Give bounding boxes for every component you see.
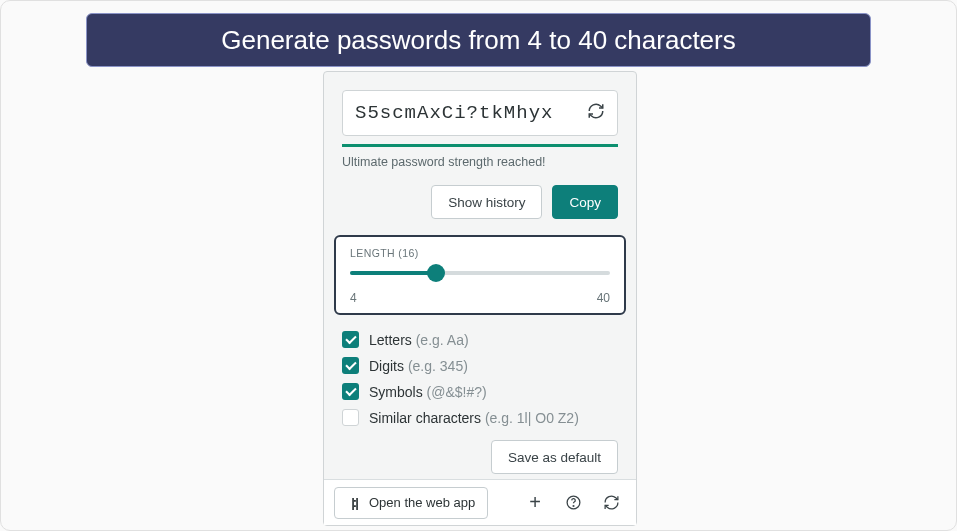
action-buttons: Show history Copy bbox=[342, 185, 618, 219]
length-slider[interactable] bbox=[350, 263, 610, 287]
help-icon bbox=[565, 494, 582, 511]
show-history-button[interactable]: Show history bbox=[431, 185, 542, 219]
options-list: Letters (e.g. Aa) Digits (e.g. 345) Symb… bbox=[342, 331, 618, 426]
svg-point-1 bbox=[573, 506, 574, 507]
checkbox-digits[interactable] bbox=[342, 357, 359, 374]
slider-thumb[interactable] bbox=[427, 264, 445, 282]
checkbox-similar[interactable] bbox=[342, 409, 359, 426]
strength-text: Ultimate password strength reached! bbox=[342, 155, 618, 169]
option-similar[interactable]: Similar characters (e.g. 1l| O0 Z2) bbox=[342, 409, 618, 426]
option-letters[interactable]: Letters (e.g. Aa) bbox=[342, 331, 618, 348]
sync-button[interactable] bbox=[596, 488, 626, 518]
plus-icon: + bbox=[529, 491, 541, 514]
open-web-app-label: Open the web app bbox=[369, 495, 475, 510]
option-symbols[interactable]: Symbols (@&$!#?) bbox=[342, 383, 618, 400]
strength-bar bbox=[342, 144, 618, 147]
footer-bar: |:| Open the web app + bbox=[324, 479, 636, 525]
slider-max: 40 bbox=[597, 291, 610, 305]
password-generator-panel: S5scmAxCi?tkMhyx Ultimate password stren… bbox=[323, 71, 637, 526]
slider-min: 4 bbox=[350, 291, 357, 305]
help-button[interactable] bbox=[558, 488, 588, 518]
checkbox-symbols[interactable] bbox=[342, 383, 359, 400]
option-digits[interactable]: Digits (e.g. 345) bbox=[342, 357, 618, 374]
open-web-app-button[interactable]: |:| Open the web app bbox=[334, 487, 488, 519]
option-symbols-label: Symbols (@&$!#?) bbox=[369, 384, 487, 400]
app-logo-icon: |:| bbox=[347, 496, 361, 510]
headline-banner: Generate passwords from 4 to 40 characte… bbox=[86, 13, 871, 67]
slider-fill bbox=[350, 271, 436, 275]
regenerate-icon[interactable] bbox=[587, 102, 605, 124]
option-digits-label: Digits (e.g. 345) bbox=[369, 358, 468, 374]
headline-text: Generate passwords from 4 to 40 characte… bbox=[221, 25, 735, 56]
slider-range: 4 40 bbox=[350, 291, 610, 305]
generated-password: S5scmAxCi?tkMhyx bbox=[355, 102, 553, 124]
option-letters-label: Letters (e.g. Aa) bbox=[369, 332, 469, 348]
save-default-button[interactable]: Save as default bbox=[491, 440, 618, 474]
sync-icon bbox=[603, 494, 620, 511]
copy-button[interactable]: Copy bbox=[552, 185, 618, 219]
add-button[interactable]: + bbox=[520, 488, 550, 518]
length-section: LENGTH (16) 4 40 bbox=[334, 235, 626, 315]
save-default-row: Save as default bbox=[342, 440, 618, 474]
option-similar-label: Similar characters (e.g. 1l| O0 Z2) bbox=[369, 410, 579, 426]
generated-password-box: S5scmAxCi?tkMhyx bbox=[342, 90, 618, 136]
checkbox-letters[interactable] bbox=[342, 331, 359, 348]
length-label: LENGTH (16) bbox=[350, 247, 610, 259]
